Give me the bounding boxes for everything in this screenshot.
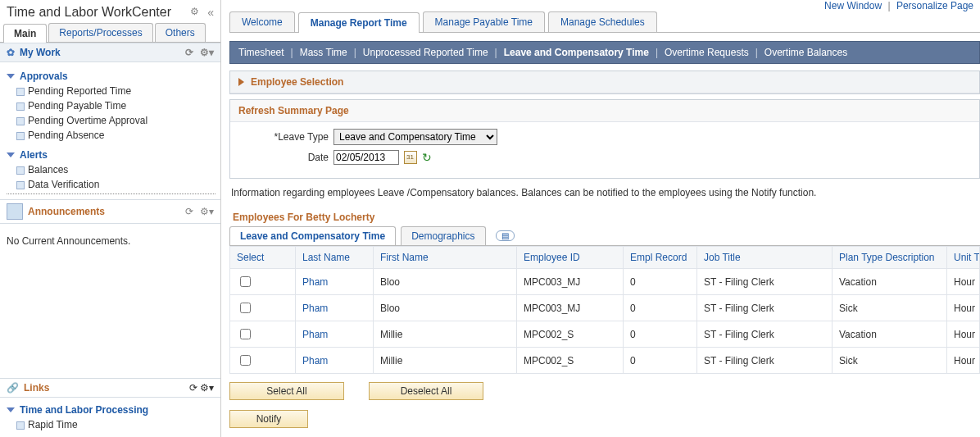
refresh-summary-title: Refresh Summary Page bbox=[230, 100, 979, 121]
nav-leave-comp[interactable]: Leave and Compensatory Time bbox=[504, 47, 649, 58]
col-last-name[interactable]: Last Name bbox=[296, 247, 374, 269]
grid-tab-demographics[interactable]: Demographics bbox=[401, 226, 485, 245]
links-title: Links bbox=[24, 382, 49, 394]
row-checkbox[interactable] bbox=[240, 355, 251, 366]
tree-item[interactable]: Pending Payable Time bbox=[7, 98, 216, 113]
nav-unprocessed[interactable]: Unprocessed Reported Time bbox=[363, 47, 488, 58]
info-text: Information regarding employees Leave /C… bbox=[231, 187, 978, 198]
refresh-icon[interactable]: ⟳ bbox=[189, 382, 197, 394]
button-row: Select All Deselect All bbox=[229, 382, 980, 400]
page-tab-welcome[interactable]: Welcome bbox=[229, 11, 295, 32]
left-tab-others[interactable]: Others bbox=[155, 23, 206, 42]
col-emplid[interactable]: Employee ID bbox=[517, 247, 624, 269]
page-tabs: Welcome Manage Report Time Manage Payabl… bbox=[229, 11, 980, 33]
grid-tab-leave[interactable]: Leave and Compensatory Time bbox=[229, 226, 396, 245]
table-row: PhamMillieMPC002_S0ST - Filing ClerkSick… bbox=[230, 348, 980, 374]
nav-timesheet[interactable]: Timesheet bbox=[238, 47, 284, 58]
col-unit[interactable]: Unit T bbox=[947, 247, 980, 269]
gear-icon[interactable]: ⚙▾ bbox=[200, 382, 214, 394]
cell-last-name: Pham bbox=[296, 269, 374, 295]
deselect-all-button[interactable]: Deselect All bbox=[369, 382, 483, 400]
page-tab-manage-schedules[interactable]: Manage Schedules bbox=[548, 11, 657, 32]
table-row: PhamBlooMPC003_MJ0ST - Filing ClerkVacat… bbox=[230, 269, 980, 295]
employee-selection-label: Employee Selection bbox=[251, 76, 343, 88]
employee-selection-header[interactable]: Employee Selection bbox=[230, 71, 979, 93]
links-group[interactable]: Time and Labor Processing bbox=[7, 404, 216, 416]
row-checkbox[interactable] bbox=[240, 276, 251, 287]
cell-plan-type: Sick bbox=[833, 295, 947, 321]
page-tab-label: Manage Schedules bbox=[560, 16, 645, 28]
page-tab-manage-payable-time[interactable]: Manage Payable Time bbox=[423, 11, 545, 32]
cell-select bbox=[230, 321, 296, 348]
tree-item[interactable]: Pending Absence bbox=[7, 128, 216, 143]
cell-plan-type: Vacation bbox=[833, 321, 947, 348]
personalize-page-link[interactable]: Personalize Page bbox=[896, 0, 973, 11]
col-job-title[interactable]: Job Title bbox=[697, 247, 833, 269]
nav-overtime-req[interactable]: Overtime Requests bbox=[665, 47, 749, 58]
tree-group-alerts[interactable]: Alerts bbox=[7, 149, 216, 161]
cell-empl-record: 0 bbox=[624, 295, 697, 321]
no-announcements-text: No Current Announcements. bbox=[0, 224, 220, 258]
gear-icon: ✿ bbox=[7, 47, 15, 58]
grid-header-row: Select Last Name First Name Employee ID … bbox=[230, 247, 980, 269]
page-tab-label: Manage Payable Time bbox=[435, 16, 533, 28]
announcements-icon bbox=[7, 203, 23, 220]
mywork-tree: Approvals Pending Reported Time Pending … bbox=[0, 62, 220, 199]
leave-type-select[interactable]: Leave and Compensatory Time bbox=[333, 129, 497, 145]
new-window-link[interactable]: New Window bbox=[824, 0, 882, 11]
cell-job-title: ST - Filing Clerk bbox=[697, 295, 833, 321]
cell-emplid: MPC002_S bbox=[517, 348, 624, 374]
cell-first-name: Bloo bbox=[374, 269, 517, 295]
collapse-icon[interactable]: « bbox=[207, 6, 214, 19]
left-tab-reports[interactable]: Reports/Processes bbox=[48, 23, 152, 42]
cell-last-name: Pham bbox=[296, 295, 374, 321]
tree-group-approvals[interactable]: Approvals bbox=[7, 71, 216, 82]
date-input[interactable] bbox=[333, 150, 399, 165]
cell-emplid: MPC003_MJ bbox=[517, 269, 624, 295]
page-tab-manage-report-time[interactable]: Manage Report Time bbox=[298, 12, 420, 33]
col-select[interactable]: Select bbox=[230, 247, 296, 269]
refresh-icon[interactable]: ⟳ bbox=[185, 47, 193, 58]
tree-item[interactable]: Data Verification bbox=[7, 177, 216, 194]
nav-overtime-bal[interactable]: Overtime Balances bbox=[764, 47, 847, 58]
employees-for-title: Employees For Betty Locherty bbox=[229, 207, 980, 226]
select-all-button[interactable]: Select All bbox=[229, 382, 344, 400]
last-name-link[interactable]: Pham bbox=[302, 303, 328, 314]
gear-icon[interactable]: ⚙▾ bbox=[200, 206, 214, 217]
tree-item[interactable]: Pending Reported Time bbox=[7, 84, 216, 98]
tree-group-label: Approvals bbox=[20, 71, 68, 82]
nav-mass-time[interactable]: Mass Time bbox=[300, 47, 347, 58]
cell-job-title: ST - Filing Clerk bbox=[697, 321, 833, 348]
notify-button[interactable]: Notify bbox=[229, 410, 308, 428]
show-all-columns-icon[interactable]: ▤ bbox=[496, 230, 515, 241]
mywork-bar: ✿ My Work ⟳ ⚙▾ bbox=[0, 43, 220, 62]
col-plan-type[interactable]: Plan Type Description bbox=[833, 247, 947, 269]
left-tab-main[interactable]: Main bbox=[3, 24, 47, 43]
cell-job-title: ST - Filing Clerk bbox=[697, 269, 833, 295]
gear-icon[interactable]: ⚙ bbox=[190, 6, 199, 19]
last-name-link[interactable]: Pham bbox=[302, 329, 328, 340]
row-checkbox[interactable] bbox=[240, 303, 251, 313]
top-links: New Window | Personalize Page bbox=[824, 0, 973, 11]
col-empl-record[interactable]: Empl Record bbox=[624, 247, 697, 269]
row-checkbox[interactable] bbox=[240, 329, 251, 339]
links-item[interactable]: Rapid Time bbox=[7, 417, 216, 432]
twisty-icon bbox=[7, 152, 15, 157]
refresh-icon[interactable]: ↻ bbox=[422, 151, 432, 164]
cell-select bbox=[230, 295, 296, 321]
last-name-link[interactable]: Pham bbox=[302, 355, 328, 366]
calendar-icon[interactable] bbox=[404, 151, 417, 164]
tree-item[interactable]: Balances bbox=[7, 162, 216, 177]
col-first-name[interactable]: First Name bbox=[374, 247, 517, 269]
refresh-icon[interactable]: ⟳ bbox=[185, 206, 193, 217]
cell-plan-type: Sick bbox=[833, 348, 947, 374]
gear-icon[interactable]: ⚙▾ bbox=[200, 47, 214, 58]
employee-selection-section: Employee Selection bbox=[229, 71, 980, 94]
cell-unit: Hour bbox=[947, 295, 980, 321]
last-name-link[interactable]: Pham bbox=[302, 276, 328, 288]
cell-select bbox=[230, 348, 296, 374]
tree-item[interactable]: Pending Overtime Approval bbox=[7, 113, 216, 128]
grid-tab-label: Leave and Compensatory Time bbox=[240, 230, 385, 242]
cell-first-name: Millie bbox=[374, 348, 517, 374]
links-bar: 🔗 Links ⟳ ⚙▾ bbox=[0, 378, 220, 398]
